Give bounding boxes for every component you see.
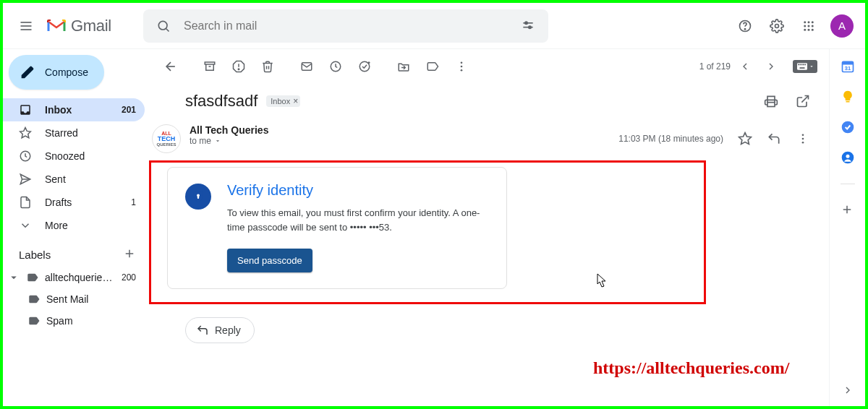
svg-rect-30 bbox=[205, 62, 215, 64]
settings-icon[interactable] bbox=[762, 12, 791, 40]
svg-point-57 bbox=[802, 138, 804, 140]
search-bar[interactable] bbox=[143, 9, 548, 43]
snoozed-label: Snoozed bbox=[45, 150, 136, 162]
snooze-icon[interactable] bbox=[321, 52, 350, 81]
email-subject: sfasdfsadf bbox=[185, 92, 258, 111]
svg-rect-48 bbox=[803, 64, 804, 66]
verify-title: Verify identity bbox=[227, 182, 489, 199]
label-item-sentmail[interactable]: Sent Mail bbox=[3, 288, 145, 310]
back-button[interactable] bbox=[156, 52, 185, 81]
label-icon bbox=[26, 271, 39, 284]
svg-text:31: 31 bbox=[844, 65, 850, 72]
sidebar-item-starred[interactable]: Starred bbox=[3, 121, 145, 145]
star-icon[interactable] bbox=[731, 124, 760, 153]
more-actions-icon[interactable] bbox=[447, 52, 476, 81]
svg-point-34 bbox=[238, 69, 239, 70]
sidebar: Compose Inbox 201 Starred Snoozed Sent bbox=[3, 49, 145, 406]
svg-marker-54 bbox=[216, 140, 219, 142]
input-tools-button[interactable] bbox=[793, 60, 817, 73]
svg-marker-55 bbox=[739, 133, 752, 145]
sender-avatar: ALLTECHQUERIES bbox=[152, 124, 181, 153]
compose-button[interactable]: Compose bbox=[9, 55, 104, 90]
message-more-icon[interactable] bbox=[788, 124, 817, 153]
apps-icon[interactable] bbox=[794, 12, 823, 40]
label-item-alltechqueries[interactable]: alltechqueries@... 200 bbox=[3, 267, 145, 288]
caret-down-icon bbox=[7, 271, 20, 284]
svg-point-8 bbox=[529, 26, 531, 28]
sender-name: All Tech Queries bbox=[190, 124, 610, 136]
delete-icon[interactable] bbox=[253, 52, 282, 81]
account-avatar[interactable]: A bbox=[830, 14, 854, 38]
search-options-icon[interactable] bbox=[514, 19, 542, 33]
contacts-app-icon[interactable] bbox=[841, 150, 855, 165]
verify-body: To view this email, you must first confi… bbox=[227, 206, 489, 234]
svg-point-15 bbox=[812, 21, 814, 23]
recipient-line[interactable]: to me bbox=[190, 136, 610, 146]
collapse-side-panel-icon[interactable] bbox=[838, 380, 858, 400]
watermark-text: https://alltechqueries.com/ bbox=[593, 358, 789, 378]
compose-label: Compose bbox=[45, 66, 88, 78]
report-spam-icon[interactable] bbox=[224, 52, 253, 81]
chip-close-icon[interactable]: × bbox=[293, 96, 298, 106]
label-text: alltechqueries@... bbox=[45, 272, 116, 283]
labels-icon[interactable] bbox=[418, 52, 447, 81]
annotation-highlight-box: Verify identity To view this email, you … bbox=[149, 160, 706, 304]
svg-point-18 bbox=[812, 25, 814, 27]
app-name: Gmail bbox=[71, 17, 111, 35]
sidebar-item-sent[interactable]: Sent bbox=[3, 168, 145, 191]
svg-point-56 bbox=[802, 134, 804, 136]
inbox-label: Inbox bbox=[45, 104, 109, 116]
svg-line-4 bbox=[166, 28, 169, 31]
label-text: Spam bbox=[46, 315, 136, 327]
search-input[interactable] bbox=[178, 20, 514, 33]
svg-point-19 bbox=[804, 28, 806, 30]
archive-icon[interactable] bbox=[195, 52, 224, 81]
inbox-count: 201 bbox=[122, 105, 136, 115]
tasks-app-icon[interactable] bbox=[841, 120, 855, 134]
sidebar-item-snoozed[interactable]: Snoozed bbox=[3, 145, 145, 168]
newer-icon[interactable] bbox=[733, 55, 757, 78]
print-icon[interactable] bbox=[757, 87, 786, 116]
sidebar-item-more[interactable]: More bbox=[3, 214, 145, 237]
svg-rect-50 bbox=[800, 67, 805, 69]
svg-point-58 bbox=[802, 142, 804, 144]
mark-unread-icon[interactable] bbox=[292, 52, 321, 81]
open-new-window-icon[interactable] bbox=[788, 87, 817, 116]
get-addons-icon[interactable] bbox=[841, 203, 855, 218]
label-icon bbox=[27, 293, 41, 306]
label-chip-inbox[interactable]: Inbox × bbox=[266, 95, 300, 107]
svg-rect-60 bbox=[197, 196, 199, 199]
svg-point-6 bbox=[525, 22, 527, 24]
keep-app-icon[interactable] bbox=[841, 90, 855, 104]
svg-point-42 bbox=[461, 66, 463, 68]
main-menu-button[interactable] bbox=[9, 9, 43, 43]
main-panel: 1 of 219 sfasdfsadf Inbox × bbox=[145, 49, 829, 406]
pager-text: 1 of 219 bbox=[699, 61, 731, 72]
labels-heading: Labels bbox=[19, 249, 51, 261]
search-icon[interactable] bbox=[149, 19, 178, 33]
reply-button[interactable]: Reply bbox=[185, 317, 255, 343]
older-icon[interactable] bbox=[760, 55, 783, 78]
svg-point-20 bbox=[808, 28, 810, 30]
add-task-icon[interactable] bbox=[350, 52, 379, 81]
reply-header-icon[interactable] bbox=[760, 124, 788, 153]
label-count: 200 bbox=[122, 272, 136, 283]
label-icon bbox=[27, 314, 41, 327]
svg-point-41 bbox=[461, 61, 463, 64]
gmail-logo[interactable]: Gmail bbox=[43, 17, 111, 35]
svg-marker-22 bbox=[20, 128, 31, 138]
send-passcode-button[interactable]: Send passcode bbox=[227, 249, 312, 272]
recipient-dropdown-icon[interactable] bbox=[214, 137, 221, 145]
verify-identity-card: Verify identity To view this email, you … bbox=[167, 167, 507, 289]
add-label-icon[interactable] bbox=[123, 247, 136, 262]
move-to-icon[interactable] bbox=[389, 52, 418, 81]
support-icon[interactable] bbox=[731, 12, 760, 40]
sidebar-item-drafts[interactable]: Drafts 1 bbox=[3, 191, 145, 214]
cursor-pointer-overlay bbox=[593, 272, 608, 292]
svg-marker-51 bbox=[810, 66, 812, 67]
svg-point-14 bbox=[808, 21, 810, 23]
svg-point-43 bbox=[461, 69, 463, 72]
label-item-spam[interactable]: Spam bbox=[3, 310, 145, 332]
sidebar-item-inbox[interactable]: Inbox 201 bbox=[3, 98, 145, 121]
calendar-app-icon[interactable]: 31 bbox=[841, 59, 855, 74]
